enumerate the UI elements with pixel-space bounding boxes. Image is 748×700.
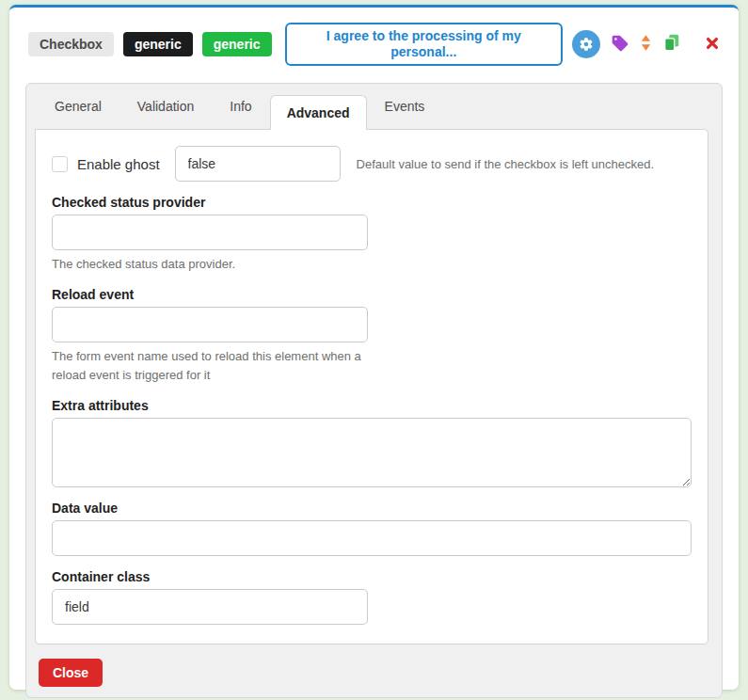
tag-icon <box>611 34 629 56</box>
data-value-label: Data value <box>52 501 692 516</box>
close-button[interactable]: Close <box>39 659 103 687</box>
enable-ghost-row: Enable ghost Default value to send if th… <box>52 146 692 182</box>
checked-status-provider-help: The checked status data provider. <box>52 255 379 274</box>
data-value-field: Data value <box>52 501 692 556</box>
tab-bar: General Validation Info Advanced Events <box>26 84 722 129</box>
element-type-badge: Checkbox <box>28 32 114 56</box>
tab-advanced[interactable]: Advanced <box>270 95 367 130</box>
tab-info[interactable]: Info <box>212 84 269 129</box>
checked-status-provider-input[interactable] <box>52 215 368 250</box>
checked-status-provider-label: Checked status provider <box>52 195 692 210</box>
header-icon-toolbar <box>572 30 720 58</box>
gear-icon <box>572 30 600 58</box>
advanced-tab-content: Enable ghost Default value to send if th… <box>35 129 708 644</box>
ghost-help-text: Default value to send if the checkbox is… <box>357 157 655 171</box>
reload-event-help: The form event name used to reload this … <box>52 347 379 385</box>
enable-ghost-label: Enable ghost <box>77 156 160 172</box>
ghost-value-input[interactable] <box>175 146 341 182</box>
element-name-badge: generic <box>202 32 272 56</box>
modal-header: Checkbox generic generic I agree to the … <box>9 8 739 66</box>
tab-validation[interactable]: Validation <box>119 84 212 129</box>
container-class-label: Container class <box>52 569 692 584</box>
container-class-input[interactable] <box>52 589 368 625</box>
remove-button[interactable] <box>705 36 720 54</box>
element-label-button[interactable]: I agree to the processing of my personal… <box>285 23 563 66</box>
tab-events[interactable]: Events <box>367 84 443 129</box>
move-button[interactable] <box>640 34 652 55</box>
reload-event-input[interactable] <box>52 307 368 342</box>
sort-arrows-icon <box>640 34 652 55</box>
element-settings-modal: Checkbox generic generic I agree to the … <box>9 5 739 690</box>
extra-attributes-field: Extra attributes <box>52 398 692 487</box>
data-value-input[interactable] <box>52 520 692 556</box>
tab-general[interactable]: General <box>37 84 119 129</box>
reload-event-label: Reload event <box>52 287 692 302</box>
settings-panel: General Validation Info Advanced Events … <box>25 83 723 698</box>
copy-icon <box>662 33 681 56</box>
close-x-icon <box>705 36 720 54</box>
settings-button[interactable] <box>572 30 600 58</box>
container-class-field: Container class <box>52 569 692 625</box>
extra-attributes-textarea[interactable] <box>52 418 692 487</box>
enable-ghost-checkbox[interactable] <box>52 156 68 172</box>
element-key-badge: generic <box>123 32 193 56</box>
reload-event-field: Reload event The form event name used to… <box>52 287 692 385</box>
checked-status-provider-field: Checked status provider The checked stat… <box>52 195 692 274</box>
tag-button[interactable] <box>611 34 629 56</box>
duplicate-button[interactable] <box>662 33 681 56</box>
extra-attributes-label: Extra attributes <box>52 398 692 413</box>
